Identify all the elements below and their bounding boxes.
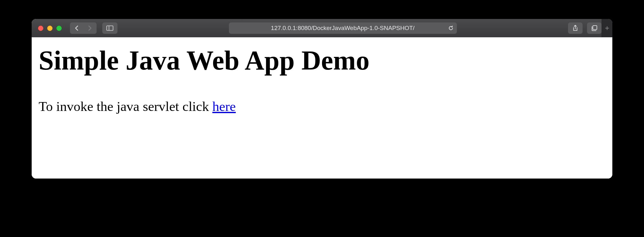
toolbar-right-group [568,22,602,34]
browser-window: 127.0.0.1:8080/DockerJavaWebApp-1.0-SNAP… [32,19,612,179]
nav-button-group [70,22,97,34]
sidebar-icon [106,25,113,31]
plus-icon: + [605,24,609,33]
page-paragraph: To invoke the java servlet click here [39,98,605,115]
page-content: Simple Java Web App Demo To invoke the j… [32,37,612,179]
close-window-button[interactable] [38,26,43,31]
svg-rect-0 [107,26,113,31]
address-text: 127.0.0.1:8080/DockerJavaWebApp-1.0-SNAP… [271,25,415,32]
tabs-button[interactable] [587,22,602,34]
paragraph-text: To invoke the java servlet click [39,99,212,114]
servlet-link[interactable]: here [212,99,236,114]
chevron-right-icon [88,25,92,31]
tabs-icon [591,25,597,32]
browser-toolbar: 127.0.0.1:8080/DockerJavaWebApp-1.0-SNAP… [32,19,612,37]
share-icon [572,25,578,32]
share-button[interactable] [568,22,583,34]
window-controls [38,26,62,31]
chevron-left-icon [74,25,79,31]
sidebar-toggle-button[interactable] [102,22,117,34]
forward-button[interactable] [83,22,97,34]
page-heading: Simple Java Web App Demo [39,46,605,76]
new-tab-button[interactable]: + [602,19,612,37]
address-bar-container: 127.0.0.1:8080/DockerJavaWebApp-1.0-SNAP… [124,22,562,34]
reload-icon [448,25,454,31]
address-bar[interactable]: 127.0.0.1:8080/DockerJavaWebApp-1.0-SNAP… [229,22,457,34]
reload-button[interactable] [448,25,454,31]
maximize-window-button[interactable] [56,26,62,31]
minimize-window-button[interactable] [47,26,53,31]
svg-rect-2 [593,26,597,30]
back-button[interactable] [70,22,83,34]
